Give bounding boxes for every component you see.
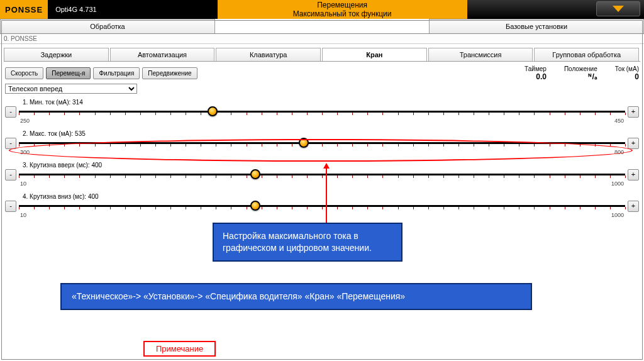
- slider-row-2: 2. Макс. ток (мА): 535-+300800: [5, 130, 639, 155]
- decrement-button[interactable]: -: [5, 106, 16, 118]
- slider-label: 4. Крутизна вниз (мс): 400: [23, 193, 639, 200]
- decrement-button[interactable]: -: [5, 201, 16, 212]
- slider-row-3: 3. Крутизна вверх (мс): 400-+101000: [5, 162, 639, 187]
- slider-label: 3. Крутизна вверх (мс): 400: [23, 162, 639, 169]
- note-path: «Техническое»-> «Установки»-> «Специфика…: [60, 283, 532, 310]
- slider-track[interactable]: [19, 202, 625, 211]
- slider-min: 300: [20, 149, 30, 155]
- slider-track[interactable]: [19, 139, 625, 148]
- page-title: Перемещения Максимальный ток функции: [218, 0, 467, 19]
- slider-min: 10: [20, 181, 26, 187]
- slider-track[interactable]: [19, 170, 625, 179]
- increment-button[interactable]: +: [628, 201, 639, 212]
- increment-button[interactable]: +: [628, 106, 639, 118]
- slider-row-1: 1. Мин. ток (мА): 314-+250450: [5, 99, 639, 124]
- decrement-button[interactable]: -: [5, 138, 16, 149]
- menu-button[interactable]: [596, 1, 640, 16]
- topbar-right: [467, 0, 645, 19]
- chevron-down-icon: [613, 6, 624, 12]
- slider-track[interactable]: [19, 108, 625, 116]
- slider-max: 1000: [611, 181, 624, 187]
- brand-logo: PONSSE: [0, 0, 48, 19]
- slider-knob[interactable]: [299, 138, 309, 148]
- slider-label: 2. Макс. ток (мА): 535: [23, 130, 639, 137]
- version-label: Opti4G 4.731: [48, 0, 104, 19]
- slider-min: 10: [20, 212, 26, 218]
- increment-button[interactable]: +: [628, 169, 639, 181]
- slider-min: 250: [20, 118, 30, 124]
- note-max-current: Настройка максимального тока в графическ…: [213, 223, 402, 262]
- slider-max: 1000: [611, 212, 624, 218]
- svg-marker-0: [613, 6, 624, 12]
- slider-knob[interactable]: [250, 201, 260, 211]
- slider-max: 800: [614, 149, 624, 155]
- slider-knob[interactable]: [250, 169, 260, 179]
- slider-row-4: 4. Крутизна вниз (мс): 400-+101000: [5, 193, 639, 218]
- slider-max: 450: [614, 118, 624, 124]
- slider-label: 1. Мин. ток (мА): 314: [23, 99, 639, 106]
- decrement-button[interactable]: -: [5, 169, 16, 181]
- note-label: Примечание: [143, 341, 216, 357]
- increment-button[interactable]: +: [628, 138, 639, 149]
